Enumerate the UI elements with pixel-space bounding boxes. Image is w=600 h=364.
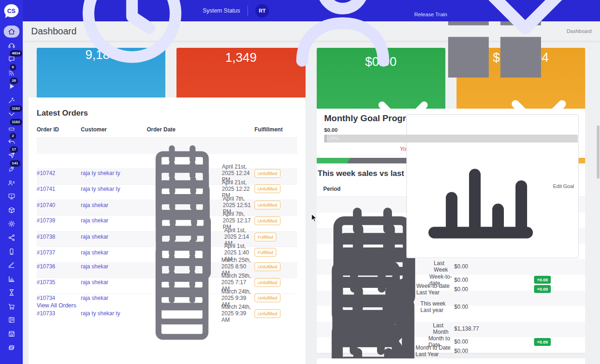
customer-link[interactable]: raja shekar: [81, 249, 108, 256]
order-id-link[interactable]: #10734: [37, 295, 55, 301]
sidebar-icon: [8, 97, 15, 104]
order-id-link[interactable]: #10742: [37, 170, 55, 176]
sidebar-item[interactable]: [4, 328, 20, 340]
sidebar-item[interactable]: 17: [4, 149, 20, 161]
sidebar-icon: [8, 330, 15, 338]
sidebar: CS 4814 0 20: [0, 0, 23, 364]
order-date: March 24th, 2025 9:39 AM: [222, 304, 254, 323]
order-row: #10742 raja ty shekar ty April 21st, 202…: [37, 138, 297, 154]
order-id-link[interactable]: #10740: [37, 202, 55, 208]
system-status-icon: [59, 0, 199, 80]
revenue-value: $0.00: [454, 286, 534, 292]
orders-table-body: #10742 raja ty shekar ty April 21st, 202…: [37, 138, 297, 294]
monthly-goal-panel: Monthly Goal Progress Edit Goal $0.00 $1…: [317, 109, 585, 158]
order-id-link[interactable]: #10735: [37, 279, 55, 286]
latest-orders-title: Latest Orders: [37, 109, 297, 118]
app-root: CS 4814 0 20: [0, 0, 600, 364]
order-id-link[interactable]: #10737: [37, 249, 55, 256]
sidebar-icon: [8, 275, 15, 283]
sidebar-icon: [8, 289, 15, 296]
goal-min: $0.00: [324, 127, 338, 133]
goal-progress-label: 1.07%: [326, 136, 339, 141]
sidebar-item[interactable]: 0: [4, 67, 20, 79]
customer-link[interactable]: raja shekar: [81, 217, 108, 224]
sidebar-item[interactable]: 141: [4, 163, 20, 175]
fulfillment-badge: Unfulfilled: [254, 184, 280, 193]
order-id-link[interactable]: #10739: [37, 217, 55, 224]
sidebar-icon: [8, 248, 15, 255]
customer-link[interactable]: raja shekar: [81, 279, 108, 286]
sidebar-badge: 2: [10, 133, 16, 139]
change-badge: +0.00: [534, 276, 551, 284]
sidebar-item[interactable]: 20: [4, 80, 20, 92]
change-badge: +0.00: [534, 338, 551, 346]
sidebar-item[interactable]: [4, 246, 20, 258]
order-id-link[interactable]: #10733: [37, 310, 55, 317]
app-logo[interactable]: CS: [0, 0, 23, 21]
sidebar-item[interactable]: [4, 39, 20, 52]
account-menu[interactable]: RT CSKit CMS Release Train: [255, 0, 593, 84]
system-status-label: System Status: [202, 7, 240, 14]
sidebar-item[interactable]: 4814: [4, 53, 20, 65]
revenue-value: $1,138.77: [454, 325, 534, 332]
sidebar-item[interactable]: [4, 314, 20, 326]
latest-comments-panel: Latest Comments: [317, 358, 585, 364]
fulfillment-badge: Unfulfilled: [254, 262, 280, 271]
sidebar-item[interactable]: [4, 286, 20, 299]
sidebar-item[interactable]: [4, 190, 20, 202]
change-badge: +0.00: [534, 285, 551, 293]
person-icon: [273, 0, 412, 84]
sidebar-icon: [8, 344, 15, 351]
order-id-link[interactable]: #10736: [37, 263, 55, 270]
fulfillment-badge: Unfulfilled: [254, 293, 280, 302]
sidebar-item[interactable]: [4, 232, 20, 244]
sidebar-item[interactable]: 1162: [4, 108, 20, 120]
order-id-link[interactable]: #10741: [37, 186, 55, 192]
page-scrollbar[interactable]: [597, 125, 600, 179]
sidebar-badge: 1162: [10, 119, 22, 125]
sidebar-badge: 1162: [10, 105, 22, 112]
customer-link[interactable]: raja shekar: [81, 295, 108, 301]
revenue-value: $0.00: [454, 263, 534, 270]
fulfillment-badge: Unfulfilled: [254, 169, 280, 178]
sidebar-item[interactable]: [4, 273, 20, 285]
sidebar-badge: 20: [10, 78, 19, 84]
sidebar-item[interactable]: [4, 342, 20, 354]
order-id-link[interactable]: #10738: [37, 234, 55, 240]
customer-link[interactable]: raja ty shekar ty: [81, 310, 120, 317]
customer-link[interactable]: raja ty shekar ty: [81, 186, 120, 192]
sidebar-item[interactable]: [4, 259, 20, 271]
col-order-id: Order ID: [37, 126, 81, 133]
customer-link[interactable]: raja ty shekar ty: [81, 170, 120, 176]
revenue-value: $0.00: [454, 277, 534, 283]
sidebar-icon: [8, 316, 15, 324]
sidebar-item[interactable]: 2: [4, 136, 20, 148]
sidebar-badge: 17: [10, 146, 19, 153]
sidebar-item[interactable]: [4, 94, 20, 106]
col-customer: Customer: [81, 126, 147, 133]
fulfillment-badge: Fulfilled: [254, 233, 276, 241]
view-all-orders-link[interactable]: View All Orders: [37, 302, 76, 309]
customer-link[interactable]: raja shekar: [81, 263, 108, 270]
sales-row: Month to Date Last Year $0.00: [317, 306, 585, 322]
logo-bubble-icon: CS: [4, 4, 19, 17]
sidebar-item[interactable]: 1162: [4, 122, 20, 134]
sidebar-icon: [8, 179, 15, 187]
sidebar-icon: [8, 28, 15, 35]
customer-link[interactable]: raja shekar: [81, 234, 108, 240]
chevron-down-icon: [451, 0, 593, 82]
customer-link[interactable]: raja shekar: [81, 202, 108, 208]
sidebar-item[interactable]: [4, 26, 20, 38]
revenue-value: $0.00: [454, 304, 534, 310]
fulfillment-badge: Unfulfilled: [254, 201, 280, 209]
sidebar-badge: 141: [10, 160, 20, 167]
calendar-icon: [147, 278, 217, 349]
topbar: System Status RT CSKit CMS Release Train: [23, 0, 600, 21]
sidebar-item[interactable]: [4, 300, 20, 312]
sidebar-icon: [8, 303, 15, 310]
revenue-value: $0.00: [454, 348, 534, 354]
system-status-button[interactable]: System Status: [59, 0, 240, 80]
sidebar-item[interactable]: [4, 218, 20, 230]
sidebar-item[interactable]: [4, 177, 20, 189]
sidebar-item[interactable]: [4, 204, 20, 216]
